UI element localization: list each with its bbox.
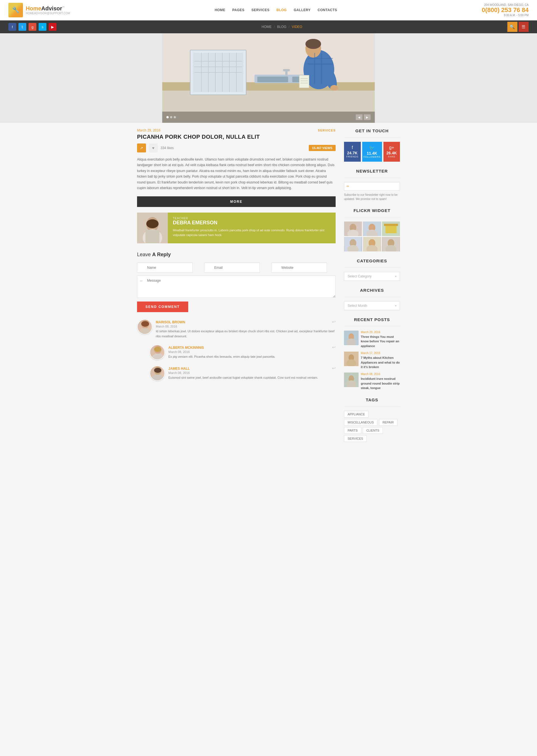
rp-3-date: March 08, 2016 (361, 373, 400, 376)
googleplus-social-button[interactable]: g+ 26.4K FANS (384, 142, 400, 162)
comment-2-header: ALBERTA MCKINNNIS March 08, 2016 ↩ (168, 345, 336, 354)
twitter-social-button[interactable]: 🐦 11.4K FOLLOWERS (362, 142, 382, 162)
youtube-icon[interactable]: ▶ (49, 23, 57, 31)
name-input[interactable] (137, 263, 193, 273)
comment-3: JAMES HALL March 08, 2016 ↩ Euismod sint… (150, 365, 336, 381)
skype-icon[interactable]: s (39, 23, 46, 31)
post-meta-top: March 29, 2016 SERVICES (137, 128, 336, 132)
flickr-thumb-3[interactable] (382, 222, 400, 236)
tag-repair[interactable]: REPAIR (379, 419, 397, 426)
hero-dot-3[interactable] (174, 116, 176, 118)
svg-rect-19 (283, 69, 290, 71)
send-comment-button[interactable]: SEND COMMENT (137, 302, 188, 312)
tag-appliance[interactable]: APPLIANCE (344, 411, 369, 418)
comment-1-name: MARISOL BROWN (156, 320, 185, 324)
recent-post-2: March 17, 2016 7 Myths about Kitchen App… (344, 352, 400, 369)
tag-miscellaneous[interactable]: MISCELLANEOUS (344, 419, 378, 426)
logo-icon: 🔧 (8, 3, 23, 17)
author-bio: Meatball frankfurter prosciutto in. Labo… (173, 228, 331, 237)
nav-pages[interactable]: PAGES (232, 8, 244, 12)
rp-3-info: March 08, 2016 Incididunt irure nostrud … (361, 373, 400, 390)
post-title: PICANHA PORK CHOP DOLOR, NULLA ELIT (137, 134, 336, 140)
hero-dot-1[interactable] (166, 116, 169, 118)
likes-count: 334 likes (161, 146, 174, 150)
comment-3-reply[interactable]: ↩ (332, 365, 336, 371)
newsletter-icon: ✏ (347, 184, 349, 188)
logo[interactable]: 🔧 HomeAdvisor™ HOMEADVISOR@SUPPORT.COM (8, 3, 70, 17)
main-content: March 29, 2016 SERVICES PICANHA PORK CHO… (137, 128, 336, 449)
facebook-icon[interactable]: f (8, 23, 16, 31)
comment-1-text: Id sirloin leberkas jowl. Ut dolore exce… (156, 329, 336, 339)
comment-2-name: ALBERTA MCKINNNIS (168, 346, 204, 350)
nav-gallery[interactable]: GALLERY (294, 8, 310, 12)
nav-home[interactable]: HOME (215, 8, 225, 12)
menu-button[interactable]: ☰ (518, 22, 529, 32)
website-input-wrap: 🔗 (271, 263, 336, 273)
recent-post-3: March 08, 2016 Incididunt irure nostrud … (344, 373, 400, 390)
rp-2-thumb[interactable] (344, 352, 358, 366)
comment-1-header: MARISOL BROWN March 08, 2016 ↩ (156, 319, 336, 328)
tag-services[interactable]: SERVICES (344, 435, 367, 442)
newsletter-input-wrap: ✏ (344, 182, 400, 190)
archives-section: ARCHIVES Select Month ▼ (344, 288, 400, 310)
rp-1-title[interactable]: Three things You must know before You re… (361, 335, 399, 348)
svg-point-42 (154, 347, 161, 352)
categories-select[interactable]: Select Category (344, 272, 400, 281)
comment-3-date: March 08, 2016 (168, 371, 189, 374)
comment-1-reply[interactable]: ↩ (332, 319, 336, 324)
comment-3-body: JAMES HALL March 08, 2016 ↩ Euismod sint… (168, 365, 336, 381)
googleplus-label: FANS (385, 155, 399, 158)
twitter-label: FOLLOWERS (364, 155, 381, 158)
comments-section: MARISOL BROWN March 08, 2016 ↩ Id sirloi… (137, 319, 336, 381)
flickr-title: FLICKR WIDGET (344, 208, 400, 213)
nav-services[interactable]: SERVICES (251, 8, 269, 12)
search-button[interactable]: 🔍 (507, 22, 517, 32)
flickr-thumb-4[interactable] (344, 237, 362, 251)
comment-2-body: ALBERTA MCKINNNIS March 08, 2016 ↩ Ex pi… (168, 345, 336, 360)
message-textarea[interactable] (137, 275, 336, 298)
more-button[interactable]: MORE (137, 196, 336, 207)
tags-section: TAGS APPLIANCE MISCELLANEOUS REPAIR PART… (344, 398, 400, 442)
breadcrumb-home[interactable]: HOME (262, 25, 271, 29)
nav-blog[interactable]: BLOG (276, 8, 287, 12)
svg-point-24 (330, 85, 338, 91)
rp-1-thumb[interactable] (344, 331, 358, 345)
flickr-thumb-6[interactable] (382, 237, 400, 251)
author-role: TEACHER (173, 217, 331, 220)
email-input[interactable] (204, 263, 260, 273)
rp-2-info: March 17, 2016 7 Myths about Kitchen App… (361, 352, 400, 369)
comment-3-text: Euismod sint swine jowl, beef andouille … (168, 375, 336, 380)
hero-dot-2[interactable] (170, 116, 172, 118)
message-wrap: ✏ (137, 275, 336, 299)
tag-clients[interactable]: CLIENTS (363, 427, 383, 434)
header-phone: 0(800) 253 76 84 (482, 6, 529, 14)
facebook-social-button[interactable]: f 24.7K FRIENDS (344, 142, 361, 162)
flickr-thumb-2[interactable] (363, 222, 381, 236)
hero-prev[interactable]: ◀ (356, 114, 362, 120)
hero-next[interactable]: ▶ (364, 114, 371, 120)
website-input[interactable] (271, 263, 327, 273)
nav-contacts[interactable]: CONTACTS (318, 8, 337, 12)
twitter-icon[interactable]: 𝕥 (19, 23, 26, 31)
flickr-thumb-5[interactable] (363, 237, 381, 251)
flickr-thumb-1[interactable] (344, 222, 362, 236)
twitter-btn-icon: 🐦 (364, 145, 381, 150)
post-actions: ↗ ♥ 334 likes 15.467 VIEWS (137, 144, 336, 152)
rp-3-title[interactable]: Incididunt irure nostrud ground round bo… (361, 377, 400, 390)
share-button[interactable]: ↗ (137, 144, 146, 152)
name-input-wrap: 👤 (137, 263, 201, 273)
rp-2-title[interactable]: 7 Myths about Kitchen Appliances and wha… (361, 356, 400, 369)
rp-3-thumb[interactable] (344, 373, 358, 387)
comment-2-reply[interactable]: ↩ (332, 345, 336, 350)
like-button[interactable]: ♥ (149, 144, 158, 152)
comment-1: MARISOL BROWN March 08, 2016 ↩ Id sirloi… (137, 319, 336, 339)
logo-text: HomeAdvisor™ (26, 5, 70, 12)
site-header: 🔧 HomeAdvisor™ HOMEADVISOR@SUPPORT.COM H… (0, 0, 537, 21)
comment-1-avatar (137, 319, 152, 334)
header-contact: 204 WOODLAND, SAN DIEGO, CA 0(800) 253 7… (482, 3, 529, 17)
tag-parts[interactable]: PARTS (344, 427, 361, 434)
archives-select[interactable]: Select Month (344, 301, 400, 310)
breadcrumb-blog[interactable]: BLOG (277, 25, 286, 29)
newsletter-input[interactable] (344, 182, 400, 190)
googleplus-icon[interactable]: g (28, 23, 36, 31)
